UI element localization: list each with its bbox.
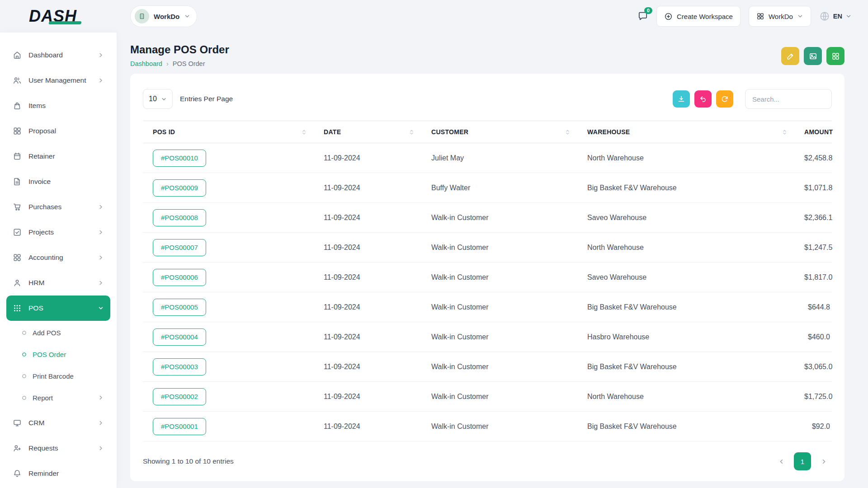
entries-per-page-value: 10 [149, 95, 157, 103]
sort-icon [565, 129, 570, 135]
sidebar-item-pos[interactable]: POS [6, 296, 110, 321]
table-row: #POS00010 11-09-2024 Juliet May North Wa… [143, 143, 832, 173]
chevron-right-icon [98, 229, 104, 235]
cell-amount: $644.8 [794, 292, 832, 322]
refresh-button[interactable] [716, 90, 733, 108]
sidebar-item-reminder[interactable]: Reminder [6, 461, 110, 486]
language-switcher[interactable]: EN [819, 11, 852, 22]
table-row: #POS00003 11-09-2024 Walk-in Customer Bi… [143, 352, 832, 382]
sidebar-subitem-report[interactable]: Report [0, 387, 117, 408]
page-number-button[interactable]: 1 [794, 452, 811, 470]
column-header-date[interactable]: DATE [314, 121, 421, 143]
sidebar-subitem-pos-order[interactable]: POS Order [0, 343, 117, 365]
sidebar-item-hrm[interactable]: HRM [6, 270, 110, 296]
column-header-warehouse[interactable]: WAREHOUSE [577, 121, 794, 143]
cell-customer: Walk-in Customer [421, 382, 577, 412]
sidebar-item-label: Dashboard [28, 51, 63, 59]
pos-id-link[interactable]: #POS00010 [153, 150, 206, 167]
cell-warehouse: Big Basket F&V Warehouse [577, 173, 794, 203]
sidebar-item-items[interactable]: Items [6, 93, 110, 118]
column-header-pos-id[interactable]: POS ID [143, 121, 314, 143]
bag-icon [13, 101, 22, 110]
page-title: Manage POS Order [130, 43, 229, 56]
column-header-customer[interactable]: CUSTOMER [421, 121, 577, 143]
column-header-amount[interactable]: AMOUNT [794, 121, 832, 143]
pos-order-card: 10 Entries Per Page [130, 74, 844, 481]
column-label: AMOUNT [804, 128, 833, 136]
messages-button[interactable]: 0 [637, 11, 648, 22]
table-row: #POS00006 11-09-2024 Walk-in Customer Sa… [143, 263, 832, 292]
workspace-switcher[interactable]: WorkDo [130, 5, 197, 27]
undo-button[interactable] [694, 90, 712, 108]
pos-id-link[interactable]: #POS00005 [153, 299, 206, 316]
sidebar-item-label: CRM [28, 419, 44, 427]
sidebar-item-user-management[interactable]: User Management [6, 68, 110, 93]
pos-id-link[interactable]: #POS00001 [153, 418, 206, 435]
edit-button[interactable] [781, 47, 799, 65]
chevron-left-icon [778, 458, 785, 465]
sidebar-item-dashboard[interactable]: Dashboard [6, 42, 110, 68]
cell-warehouse: North Warehouse [577, 233, 794, 263]
chevron-right-icon [98, 254, 104, 261]
chevron-down-icon [797, 13, 803, 19]
pos-id-link[interactable]: #POS00003 [153, 358, 206, 375]
pos-id-link[interactable]: #POS00007 [153, 239, 206, 256]
sidebar-item-label: User Management [28, 76, 86, 84]
cell-amount: $92.0 [794, 412, 832, 441]
pos-id-link[interactable]: #POS00009 [153, 179, 206, 197]
file-icon [13, 177, 22, 186]
sidebar-pos-submenu: Add POS POS Order Print Barcode Report [0, 322, 117, 408]
cell-customer: Buffy Walter [421, 173, 577, 203]
app-switcher-button[interactable]: WorkDo [749, 6, 811, 27]
sidebar-item-label: Reminder [28, 469, 59, 478]
cell-warehouse: Big Basket F&V Warehouse [577, 412, 794, 441]
search-input[interactable] [745, 89, 832, 109]
sidebar-item-projects[interactable]: Projects [6, 220, 110, 245]
cell-warehouse: Saveo Warehouse [577, 203, 794, 233]
cell-date: 11-09-2024 [314, 173, 421, 203]
sidebar-item-proposal[interactable]: Proposal [6, 118, 110, 144]
entries-per-page-select[interactable]: 10 [143, 89, 173, 109]
pos-id-link[interactable]: #POS00004 [153, 328, 206, 346]
globe-icon [819, 11, 830, 22]
chevron-down-icon [98, 305, 104, 311]
grid-view-button[interactable] [826, 47, 844, 65]
pos-id-link[interactable]: #POS00008 [153, 209, 206, 226]
brand-logo[interactable]: DASH [0, 7, 117, 26]
next-page-button[interactable] [816, 453, 832, 470]
sidebar-item-label: POS [28, 304, 43, 312]
chevron-right-icon [98, 204, 104, 210]
sidebar-item-purchases[interactable]: Purchases [6, 194, 110, 220]
create-workspace-button[interactable]: Create Workspace [656, 6, 741, 27]
previous-page-button[interactable] [773, 453, 789, 470]
sidebar-item-accounting[interactable]: Accounting [6, 245, 110, 270]
breadcrumb-dashboard-link[interactable]: Dashboard [130, 60, 162, 67]
sidebar-subitem-label: POS Order [33, 351, 66, 358]
chevron-right-icon [98, 420, 104, 426]
pos-id-link[interactable]: #POS00002 [153, 388, 206, 405]
export-button[interactable] [673, 90, 690, 108]
person-icon [13, 278, 22, 287]
pos-orders-table: POS ID DATE CUSTOMER WAREHOUSE AMOUNT #P… [143, 121, 832, 441]
sidebar-item-crm[interactable]: CRM [6, 410, 110, 436]
chevron-right-icon [821, 458, 827, 465]
sidebar-subitem-add-pos[interactable]: Add POS [0, 322, 117, 343]
pos-id-link[interactable]: #POS00006 [153, 269, 206, 286]
cart-icon [13, 202, 22, 211]
grid-icon [756, 12, 764, 20]
header-actions: 0 Create Workspace WorkDo EN [637, 6, 852, 27]
sidebar-subitem-print-barcode[interactable]: Print Barcode [0, 365, 117, 387]
media-button[interactable] [804, 47, 822, 65]
column-label: POS ID [153, 128, 175, 136]
sidebar-item-requests[interactable]: Requests [6, 436, 110, 461]
sort-icon [782, 129, 787, 135]
cell-customer: Walk-in Customer [421, 233, 577, 263]
chevron-right-icon [98, 52, 104, 58]
sidebar-item-invoice[interactable]: Invoice [6, 169, 110, 194]
cell-date: 11-09-2024 [314, 143, 421, 173]
cell-customer: Walk-in Customer [421, 203, 577, 233]
sidebar: Dashboard User Management Items Proposal… [0, 33, 117, 488]
breadcrumb: Dashboard › POS Order [130, 60, 229, 67]
sidebar-item-retainer[interactable]: Retainer [6, 144, 110, 169]
image-icon [809, 52, 817, 61]
